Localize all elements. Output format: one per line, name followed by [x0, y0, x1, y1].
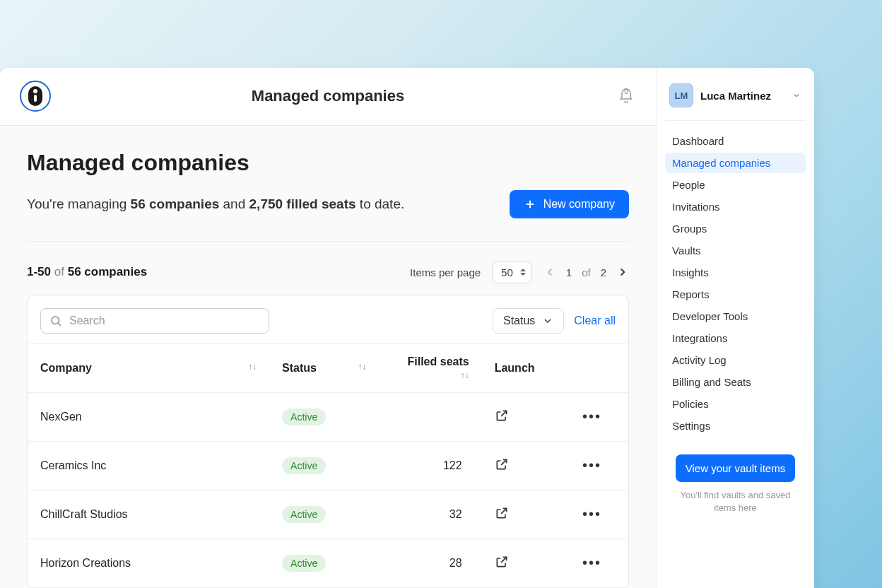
nav-item-developer-tools[interactable]: Developer Tools [665, 306, 806, 327]
cell-filled: 28 [380, 539, 482, 587]
summary-row: You're managing 56 companies and 2,750 f… [27, 190, 629, 242]
launch-button[interactable] [495, 457, 509, 471]
nav-item-dashboard[interactable]: Dashboard [665, 131, 806, 151]
app-logo[interactable] [20, 81, 51, 112]
nav-item-people[interactable]: People [665, 175, 806, 195]
search-input[interactable] [69, 314, 260, 327]
notifications-button[interactable]: 0 [616, 86, 636, 106]
pagination-row: 1-50 of 56 companies Items per page 50 [27, 261, 629, 283]
search-icon [49, 314, 62, 327]
keyhole-icon [28, 86, 42, 106]
table-row: Horizon CreationsActive28••• [28, 539, 628, 587]
range-value: 1-50 [27, 265, 51, 278]
companies-table: Company ↑↓ Status ↑↓ Filled seats ↑↓ [28, 343, 628, 588]
range-total: 56 companies [68, 265, 147, 278]
page-title: Managed companies [27, 150, 629, 176]
table-row: Ceramics IncActive122••• [28, 441, 628, 490]
nav-item-vaults[interactable]: Vaults [665, 240, 806, 261]
status-badge: Active [282, 506, 326, 523]
nav-item-activity-log[interactable]: Activity Log [665, 350, 806, 370]
chevron-right-icon [616, 266, 629, 278]
external-link-icon [495, 506, 509, 520]
row-actions-button[interactable]: ••• [582, 457, 601, 473]
stepper-icon [520, 269, 526, 276]
cell-launch [482, 441, 570, 490]
cell-company: ChillCraft Studios [28, 490, 269, 539]
cell-launch [482, 490, 570, 539]
app-window: Managed companies 0 Managed companies Yo… [0, 68, 814, 588]
cell-status: Active [269, 392, 379, 441]
table-toolbar: Status Clear all [28, 295, 628, 343]
cell-company: Horizon Creations [28, 539, 269, 587]
cell-actions: ••• [570, 490, 628, 539]
col-company-label: Company [40, 362, 92, 374]
nav-item-insights[interactable]: Insights [665, 262, 806, 283]
cell-launch [482, 392, 570, 441]
row-actions-button[interactable]: ••• [582, 555, 601, 570]
user-name: Luca Martinez [700, 90, 784, 102]
summary-companies: 56 companies [131, 196, 220, 211]
next-page-button[interactable] [616, 266, 629, 278]
col-launch-header: Launch [482, 343, 570, 392]
notification-count: 0 [624, 88, 628, 95]
launch-button[interactable] [495, 555, 509, 569]
cell-status: Active [269, 490, 379, 539]
status-filter-label: Status [503, 314, 535, 327]
cell-filled [380, 392, 482, 441]
nav-item-invitations[interactable]: Invitations [665, 196, 806, 217]
plus-icon [524, 198, 536, 211]
col-actions-header [570, 343, 628, 392]
table-row: NexGenActive••• [28, 392, 628, 441]
range-text: 1-50 of 56 companies [27, 265, 147, 279]
nav-item-managed-companies[interactable]: Managed companies [665, 153, 806, 173]
sort-icon: ↑↓ [358, 362, 367, 372]
prev-page-button[interactable] [543, 266, 556, 278]
nav-list: DashboardManaged companiesPeopleInvitati… [665, 131, 806, 436]
cell-status: Active [269, 441, 379, 490]
items-per-page-select[interactable]: 50 [492, 261, 532, 283]
row-actions-button[interactable]: ••• [582, 506, 601, 522]
nav-item-groups[interactable]: Groups [665, 218, 806, 239]
companies-table-card: Status Clear all Company ↑↓ St [27, 295, 629, 588]
table-row: ChillCraft StudiosActive32••• [28, 490, 628, 539]
sort-icon: ↑↓ [248, 362, 257, 372]
nav-item-policies[interactable]: Policies [665, 394, 806, 414]
main-area: Managed companies 0 Managed companies Yo… [0, 68, 656, 588]
summary-text: You're managing 56 companies and 2,750 f… [27, 196, 404, 212]
col-company-header[interactable]: Company ↑↓ [28, 343, 269, 392]
col-filled-header[interactable]: Filled seats ↑↓ [380, 343, 482, 392]
cell-filled: 32 [380, 490, 482, 539]
cell-company: Ceramics Inc [28, 441, 269, 490]
items-per-page-value: 50 [501, 266, 513, 278]
current-page: 1 [566, 266, 572, 278]
new-company-button[interactable]: New company [510, 190, 629, 218]
cell-status: Active [269, 539, 379, 587]
status-filter-button[interactable]: Status [493, 308, 564, 334]
cell-actions: ••• [570, 441, 628, 490]
external-link-icon [495, 555, 509, 569]
clear-filters-link[interactable]: Clear all [574, 314, 616, 327]
nav-item-reports[interactable]: Reports [665, 284, 806, 305]
nav-item-settings[interactable]: Settings [665, 416, 806, 436]
summary-suffix: to date. [356, 196, 405, 211]
page-content: Managed companies You're managing 56 com… [0, 126, 656, 588]
search-wrap [40, 308, 269, 334]
cell-actions: ••• [570, 392, 628, 441]
nav-item-integrations[interactable]: Integrations [665, 328, 806, 348]
launch-button[interactable] [495, 506, 509, 520]
avatar: LM [669, 83, 693, 107]
nav-item-billing-and-seats[interactable]: Billing and Seats [665, 372, 806, 392]
col-status-label: Status [282, 362, 317, 374]
col-launch-label: Launch [495, 362, 535, 374]
cell-actions: ••• [570, 539, 628, 587]
view-vault-button[interactable]: View your vault items [676, 454, 795, 482]
col-status-header[interactable]: Status ↑↓ [269, 343, 379, 392]
status-badge: Active [282, 408, 326, 425]
row-actions-button[interactable]: ••• [582, 408, 601, 424]
launch-button[interactable] [495, 408, 509, 423]
user-menu[interactable]: LM Luca Martinez [665, 81, 806, 121]
items-per-page-label: Items per page [410, 266, 481, 278]
pagination-controls: Items per page 50 1 of 2 [410, 261, 629, 283]
status-badge: Active [282, 457, 326, 474]
cell-company: NexGen [28, 392, 269, 441]
